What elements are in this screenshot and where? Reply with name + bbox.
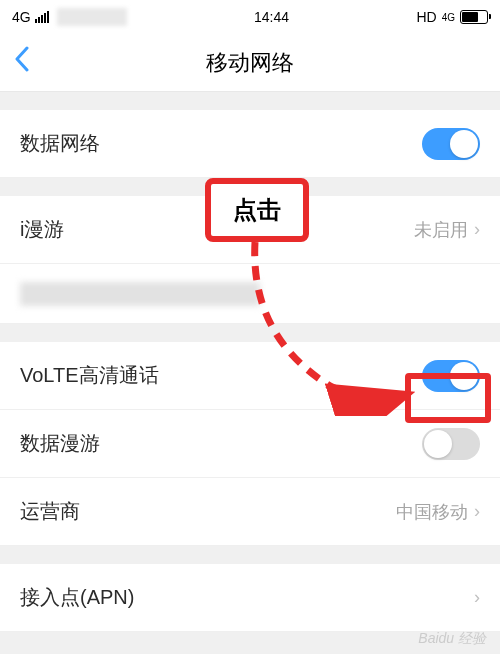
row-label: VoLTE高清通话	[20, 362, 159, 389]
watermark: Baidu 经验	[418, 630, 486, 648]
row-label: i漫游	[20, 216, 64, 243]
row-data-roaming[interactable]: 数据漫游	[0, 410, 500, 478]
row-label: 接入点(APN)	[20, 584, 134, 611]
hd-label: HD	[416, 9, 436, 25]
row-label: 数据漫游	[20, 430, 100, 457]
row-value: ›	[474, 587, 480, 608]
carrier-blur	[57, 8, 127, 26]
row-apn[interactable]: 接入点(APN) ›	[0, 564, 500, 632]
nav-bar: 移动网络	[0, 34, 500, 92]
row-volte[interactable]: VoLTE高清通话	[0, 342, 500, 410]
row-hidden	[0, 264, 500, 324]
annotation-click-label: 点击	[205, 178, 309, 242]
back-button[interactable]	[14, 46, 30, 79]
row-carrier[interactable]: 运营商 中国移动 ›	[0, 478, 500, 546]
chevron-right-icon: ›	[474, 219, 480, 240]
settings-list: 数据网络 i漫游 未启用 › VoLTE高清通话 数据漫游 运营商 中国移动 ›…	[0, 92, 500, 632]
data-roaming-toggle[interactable]	[422, 428, 480, 460]
chevron-right-icon: ›	[474, 587, 480, 608]
data-network-toggle[interactable]	[422, 128, 480, 160]
signal-icon	[35, 11, 49, 23]
row-data-network[interactable]: 数据网络	[0, 110, 500, 178]
row-label: 运营商	[20, 498, 80, 525]
chevron-left-icon	[14, 46, 30, 72]
status-time: 14:44	[254, 9, 289, 25]
volte-toggle[interactable]	[422, 360, 480, 392]
status-left: 4G	[12, 8, 127, 26]
network-type-label: 4G	[12, 9, 31, 25]
battery-icon	[460, 10, 488, 24]
status-right: HD 4G	[416, 9, 488, 25]
page-title: 移动网络	[0, 48, 500, 78]
row-value: 未启用 ›	[414, 218, 480, 242]
row-value: 中国移动 ›	[396, 500, 480, 524]
status-bar: 4G 14:44 HD 4G	[0, 0, 500, 34]
data-label: 4G	[442, 12, 455, 23]
chevron-right-icon: ›	[474, 501, 480, 522]
row-label: 数据网络	[20, 130, 100, 157]
